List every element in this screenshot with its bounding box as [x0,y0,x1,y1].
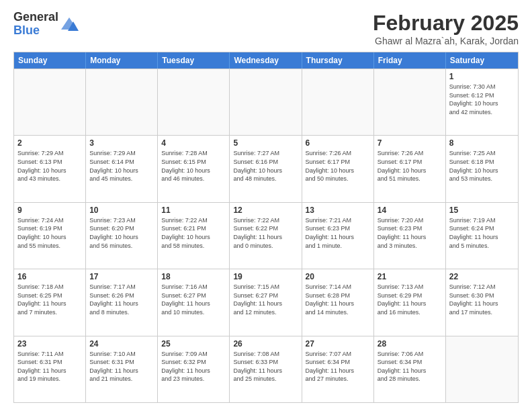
day-number: 1 [449,72,515,81]
day-cell-3: 3Sunrise: 7:29 AM Sunset: 6:14 PM Daylig… [86,136,158,201]
day-info: Sunrise: 7:08 AM Sunset: 6:33 PM Dayligh… [233,350,298,383]
day-info: Sunrise: 7:10 AM Sunset: 6:31 PM Dayligh… [89,350,154,383]
day-number: 26 [233,339,298,349]
title-block: February 2025 Ghawr al Mazra`ah, Karak, … [373,11,519,46]
day-info: Sunrise: 7:30 AM Sunset: 6:12 PM Dayligh… [449,83,515,116]
day-info: Sunrise: 7:24 AM Sunset: 6:19 PM Dayligh… [17,216,82,250]
day-cell-4: 4Sunrise: 7:28 AM Sunset: 6:15 PM Daylig… [158,136,230,201]
day-cell-11: 11Sunrise: 7:22 AM Sunset: 6:21 PM Dayli… [158,203,230,269]
day-info: Sunrise: 7:18 AM Sunset: 6:25 PM Dayligh… [17,283,82,316]
day-number: 3 [89,138,154,148]
logo-blue: Blue [13,24,58,38]
day-info: Sunrise: 7:20 AM Sunset: 6:23 PM Dayligh… [378,216,442,250]
day-info: Sunrise: 7:19 AM Sunset: 6:24 PM Dayligh… [449,216,515,250]
day-cell-12: 12Sunrise: 7:22 AM Sunset: 6:22 PM Dayli… [230,203,302,269]
day-info: Sunrise: 7:17 AM Sunset: 6:26 PM Dayligh… [89,283,154,316]
day-info: Sunrise: 7:16 AM Sunset: 6:27 PM Dayligh… [161,283,226,316]
calendar-row-2: 9Sunrise: 7:24 AM Sunset: 6:19 PM Daylig… [14,202,518,269]
day-info: Sunrise: 7:27 AM Sunset: 6:16 PM Dayligh… [233,149,298,183]
day-number: 7 [378,138,442,148]
day-cell-18: 18Sunrise: 7:16 AM Sunset: 6:27 PM Dayli… [158,269,230,335]
day-of-week-sunday: Sunday [14,52,86,68]
day-info: Sunrise: 7:07 AM Sunset: 6:34 PM Dayligh… [306,350,370,383]
day-number: 25 [161,339,226,349]
day-number: 10 [89,205,154,215]
day-cell-5: 5Sunrise: 7:27 AM Sunset: 6:16 PM Daylig… [230,136,302,201]
day-cell-2: 2Sunrise: 7:29 AM Sunset: 6:13 PM Daylig… [14,136,86,201]
day-info: Sunrise: 7:13 AM Sunset: 6:29 PM Dayligh… [378,283,442,316]
empty-cell-0-5 [374,69,446,135]
day-of-week-monday: Monday [86,52,158,68]
calendar-body: 1Sunrise: 7:30 AM Sunset: 6:12 PM Daylig… [14,68,518,402]
calendar-header: SundayMondayTuesdayWednesdayThursdayFrid… [14,52,518,68]
day-info: Sunrise: 7:28 AM Sunset: 6:15 PM Dayligh… [161,149,226,183]
day-number: 2 [17,138,82,148]
day-number: 22 [449,272,515,281]
day-of-week-tuesday: Tuesday [158,52,230,68]
day-number: 8 [449,138,515,148]
day-number: 27 [306,339,370,349]
day-number: 17 [89,272,154,281]
day-info: Sunrise: 7:23 AM Sunset: 6:20 PM Dayligh… [89,216,154,250]
day-number: 23 [17,339,82,349]
day-info: Sunrise: 7:11 AM Sunset: 6:31 PM Dayligh… [17,350,82,383]
day-number: 24 [89,339,154,349]
day-of-week-saturday: Saturday [446,52,518,68]
empty-cell-0-4 [302,69,374,135]
day-number: 28 [378,339,442,349]
day-of-week-thursday: Thursday [302,52,374,68]
day-number: 4 [161,138,226,148]
day-cell-24: 24Sunrise: 7:10 AM Sunset: 6:31 PM Dayli… [86,336,158,402]
day-cell-27: 27Sunrise: 7:07 AM Sunset: 6:34 PM Dayli… [302,336,374,402]
empty-cell-0-1 [86,69,158,135]
day-cell-16: 16Sunrise: 7:18 AM Sunset: 6:25 PM Dayli… [14,269,86,335]
empty-cell-4-6 [446,336,518,402]
day-cell-28: 28Sunrise: 7:06 AM Sunset: 6:34 PM Dayli… [374,336,446,402]
day-number: 21 [378,272,442,281]
day-number: 20 [306,272,370,281]
day-cell-7: 7Sunrise: 7:26 AM Sunset: 6:17 PM Daylig… [374,136,446,201]
day-number: 13 [306,205,370,215]
location: Ghawr al Mazra`ah, Karak, Jordan [373,36,519,46]
calendar-row-1: 2Sunrise: 7:29 AM Sunset: 6:13 PM Daylig… [14,135,518,201]
day-cell-19: 19Sunrise: 7:15 AM Sunset: 6:27 PM Dayli… [230,269,302,335]
day-cell-1: 1Sunrise: 7:30 AM Sunset: 6:12 PM Daylig… [446,69,518,135]
day-info: Sunrise: 7:14 AM Sunset: 6:28 PM Dayligh… [306,283,370,316]
empty-cell-0-0 [14,69,86,135]
day-cell-26: 26Sunrise: 7:08 AM Sunset: 6:33 PM Dayli… [230,336,302,402]
day-number: 15 [449,205,515,215]
day-cell-8: 8Sunrise: 7:25 AM Sunset: 6:18 PM Daylig… [446,136,518,201]
empty-cell-0-3 [230,69,302,135]
day-number: 5 [233,138,298,148]
day-info: Sunrise: 7:26 AM Sunset: 6:17 PM Dayligh… [378,149,442,183]
day-number: 18 [161,272,226,281]
day-number: 16 [17,272,82,281]
day-info: Sunrise: 7:06 AM Sunset: 6:34 PM Dayligh… [378,350,442,383]
header: General Blue February 2025 Ghawr al Mazr… [13,11,519,46]
day-number: 11 [161,205,226,215]
day-cell-9: 9Sunrise: 7:24 AM Sunset: 6:19 PM Daylig… [14,203,86,269]
day-cell-6: 6Sunrise: 7:26 AM Sunset: 6:17 PM Daylig… [302,136,374,201]
logo-text: General Blue [13,11,58,38]
day-info: Sunrise: 7:12 AM Sunset: 6:30 PM Dayligh… [449,283,515,316]
day-info: Sunrise: 7:21 AM Sunset: 6:23 PM Dayligh… [306,216,370,250]
calendar-row-3: 16Sunrise: 7:18 AM Sunset: 6:25 PM Dayli… [14,269,518,335]
day-info: Sunrise: 7:15 AM Sunset: 6:27 PM Dayligh… [233,283,298,316]
day-number: 12 [233,205,298,215]
day-number: 14 [378,205,442,215]
day-cell-15: 15Sunrise: 7:19 AM Sunset: 6:24 PM Dayli… [446,203,518,269]
day-cell-22: 22Sunrise: 7:12 AM Sunset: 6:30 PM Dayli… [446,269,518,335]
day-info: Sunrise: 7:26 AM Sunset: 6:17 PM Dayligh… [306,149,370,183]
day-info: Sunrise: 7:29 AM Sunset: 6:14 PM Dayligh… [89,149,154,183]
day-cell-21: 21Sunrise: 7:13 AM Sunset: 6:29 PM Dayli… [374,269,446,335]
day-cell-25: 25Sunrise: 7:09 AM Sunset: 6:32 PM Dayli… [158,336,230,402]
day-cell-13: 13Sunrise: 7:21 AM Sunset: 6:23 PM Dayli… [302,203,374,269]
day-info: Sunrise: 7:09 AM Sunset: 6:32 PM Dayligh… [161,350,226,383]
day-of-week-friday: Friday [374,52,446,68]
empty-cell-0-2 [158,69,230,135]
page: General Blue February 2025 Ghawr al Mazr… [0,0,532,411]
month-title: February 2025 [373,11,519,36]
day-info: Sunrise: 7:22 AM Sunset: 6:21 PM Dayligh… [161,216,226,250]
calendar-row-0: 1Sunrise: 7:30 AM Sunset: 6:12 PM Daylig… [14,68,518,135]
day-cell-10: 10Sunrise: 7:23 AM Sunset: 6:20 PM Dayli… [86,203,158,269]
